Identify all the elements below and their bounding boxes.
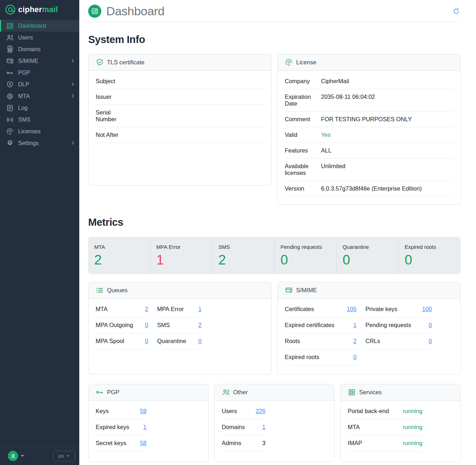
mta-icon bbox=[6, 92, 14, 100]
sidebar-item-users[interactable]: Users bbox=[0, 32, 79, 43]
smime-pending-requests-link[interactable]: 0 bbox=[429, 322, 432, 328]
services-card-header: Services bbox=[341, 384, 460, 401]
smime-expired-certificates-row: Expired certificates 1 bbox=[285, 317, 357, 333]
other-card: Other Users 226 Domains 1 Admins 3 bbox=[214, 384, 335, 462]
sidebar-item-dashboard[interactable]: Dashboard bbox=[0, 20, 79, 32]
smime-expired-roots-link[interactable]: 0 bbox=[353, 354, 357, 360]
license-row-comment: Comment FOR TESTING PURPOSES ONLY bbox=[285, 112, 453, 127]
main-content: Dashboard System Info TLS certificate Su… bbox=[79, 0, 476, 465]
queues-card-header: Queues bbox=[89, 282, 271, 299]
queues-mpa-outgoing-row: MPA Outgoing 0 bbox=[96, 317, 148, 333]
smime-certificates-link[interactable]: 105 bbox=[347, 306, 357, 312]
tls-certificate-card-body: Subject Issuer Serial Number Not After bbox=[89, 71, 271, 185]
queues-mta-link[interactable]: 2 bbox=[145, 306, 148, 312]
card-title: Queues bbox=[107, 287, 128, 294]
other-card-header: Other bbox=[215, 384, 335, 401]
queues-sms-link[interactable]: 2 bbox=[198, 322, 202, 328]
pgp-keys-link[interactable]: 59 bbox=[140, 408, 146, 415]
pgp-icon bbox=[6, 69, 14, 77]
tls-row-not-after: Not After bbox=[96, 127, 264, 143]
tls-row-issuer: Issuer bbox=[96, 89, 264, 105]
license-row-valid: Valid Yes bbox=[285, 127, 453, 143]
queues-card-body: MTA 2 MPA Outgoing 0 MPA Spool 0 bbox=[89, 299, 271, 374]
queues-mpa-spool-link[interactable]: 0 bbox=[145, 338, 148, 344]
queues-quarantine-link[interactable]: 0 bbox=[198, 338, 202, 344]
sidebar-item-label: DLP bbox=[18, 81, 29, 88]
licenses-icon bbox=[6, 128, 14, 135]
smime-crls-link[interactable]: 0 bbox=[429, 338, 432, 344]
chevron-right-icon bbox=[71, 58, 75, 64]
bottom-cards-grid: PGP Keys 59 Expired keys 1 Secret keys 5… bbox=[88, 384, 461, 462]
language-select[interactable]: en bbox=[53, 451, 75, 461]
service-mta-status: running bbox=[403, 424, 422, 431]
metric-value: 0 bbox=[343, 253, 392, 268]
smime-icon bbox=[285, 286, 293, 294]
sidebar-item-log[interactable]: Log bbox=[0, 102, 79, 114]
users-icon bbox=[222, 388, 230, 396]
sidebar-item-mta[interactable]: MTA bbox=[0, 90, 79, 102]
sms-icon bbox=[6, 116, 14, 124]
card-title: Services bbox=[359, 389, 381, 396]
license-row-version: Version 6.0.3.57g73d8f46e (Enterprise Ed… bbox=[285, 181, 453, 197]
metric-tile-mpa-error: MPA Error 1 bbox=[150, 237, 213, 274]
pgp-card-body: Keys 59 Expired keys 1 Secret keys 58 bbox=[89, 401, 208, 462]
pgp-expired-keys-row: Expired keys 1 bbox=[96, 419, 146, 435]
sidebar-item-label: Dashboard bbox=[18, 23, 46, 29]
other-users-link[interactable]: 226 bbox=[256, 408, 266, 415]
sidebar-item-licenses[interactable]: Licenses bbox=[0, 125, 79, 137]
queues-mpa-outgoing-link[interactable]: 0 bbox=[145, 322, 148, 328]
queues-mta-row: MTA 2 bbox=[96, 301, 148, 317]
metric-value: 0 bbox=[405, 253, 455, 268]
service-portal-backend-row: Portal back-end running bbox=[348, 403, 422, 419]
smime-pending-requests-row: Pending requests 0 bbox=[365, 317, 432, 333]
license-card-header: License bbox=[278, 54, 460, 71]
metric-tile-quarantine: Quarantine 0 bbox=[337, 237, 399, 274]
sidebar-item-label: Users bbox=[18, 34, 33, 41]
smime-certificates-row: Certificates 105 bbox=[285, 301, 357, 317]
metric-value: 2 bbox=[218, 253, 268, 268]
list-icon bbox=[96, 286, 104, 294]
pgp-expired-keys-link[interactable]: 1 bbox=[143, 424, 146, 431]
tls-row-subject: Subject bbox=[96, 74, 264, 89]
user-menu-button[interactable] bbox=[8, 451, 18, 461]
sidebar-item-label: S/MIME bbox=[18, 58, 38, 64]
smime-private-keys-link[interactable]: 100 bbox=[422, 306, 432, 312]
page-header: Dashboard bbox=[88, 0, 461, 22]
metric-value: 0 bbox=[280, 253, 330, 268]
card-title: PGP bbox=[107, 389, 119, 396]
refresh-button[interactable] bbox=[451, 7, 461, 16]
metric-tile-pending-requests: Pending requests 0 bbox=[274, 237, 337, 274]
sidebar-item-settings[interactable]: Settings bbox=[0, 137, 79, 149]
other-domains-link[interactable]: 1 bbox=[262, 424, 265, 431]
license-row-available-licenses: Available licenses Unlimited bbox=[285, 159, 453, 181]
other-admins-value: 3 bbox=[262, 440, 265, 447]
metric-tile-expired-roots: Expired roots 0 bbox=[399, 237, 461, 274]
pgp-secret-keys-row: Secret keys 58 bbox=[96, 435, 146, 451]
smime-private-keys-row: Private keys 100 bbox=[365, 301, 432, 317]
smime-expired-certificates-link[interactable]: 1 bbox=[353, 322, 357, 328]
queues-card: Queues MTA 2 MPA Outgoing 0 MPA bbox=[88, 282, 272, 374]
system-info-grid: TLS certificate Subject Issuer Serial Nu… bbox=[88, 54, 461, 205]
pgp-secret-keys-link[interactable]: 58 bbox=[140, 440, 146, 447]
ciphermail-at-icon bbox=[5, 4, 16, 15]
language-value: en bbox=[58, 453, 64, 459]
card-title: S/MIME bbox=[296, 287, 317, 294]
sidebar-item-smime[interactable]: S/MIME bbox=[0, 55, 79, 67]
sidebar-item-domains[interactable]: DNS Domains bbox=[0, 43, 79, 55]
queues-mpa-error-link[interactable]: 1 bbox=[198, 306, 202, 312]
sidebar-item-dlp[interactable]: DLP bbox=[0, 79, 79, 90]
sidebar-item-pgp[interactable]: PGP bbox=[0, 67, 79, 79]
tls-certificate-card-header: TLS certificate bbox=[89, 54, 271, 71]
sidebar-item-sms[interactable]: SMS bbox=[0, 114, 79, 125]
service-imap-row: IMAP running bbox=[348, 435, 422, 451]
chevron-right-icon bbox=[71, 81, 75, 88]
caret-down-icon[interactable] bbox=[21, 455, 24, 457]
pgp-card: PGP Keys 59 Expired keys 1 Secret keys 5… bbox=[88, 384, 209, 462]
smime-roots-link[interactable]: 2 bbox=[353, 338, 357, 344]
grid-icon bbox=[348, 388, 356, 396]
license-icon bbox=[285, 58, 293, 66]
queues-mpa-error-row: MPA Error 1 bbox=[157, 301, 202, 317]
queues-sms-row: SMS 2 bbox=[157, 317, 202, 333]
domains-icon: DNS bbox=[6, 46, 14, 53]
card-title: Other bbox=[233, 389, 248, 396]
